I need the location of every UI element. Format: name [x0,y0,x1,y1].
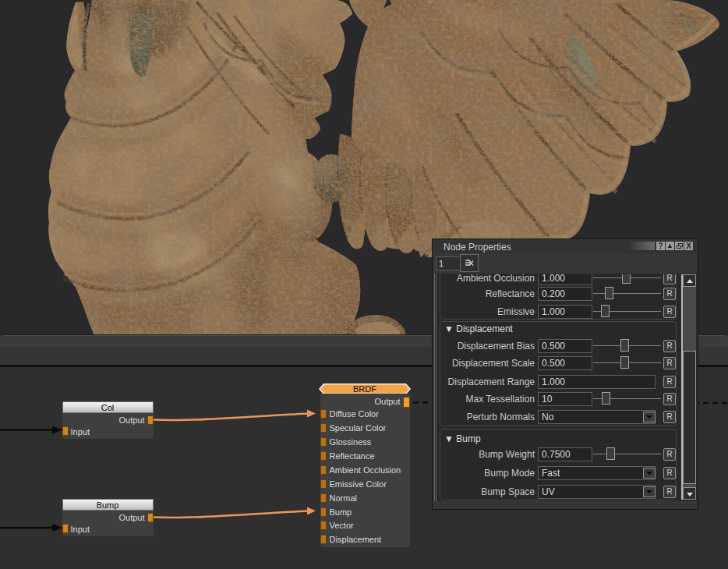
svg-text:BRDF: BRDF [353,384,376,394]
